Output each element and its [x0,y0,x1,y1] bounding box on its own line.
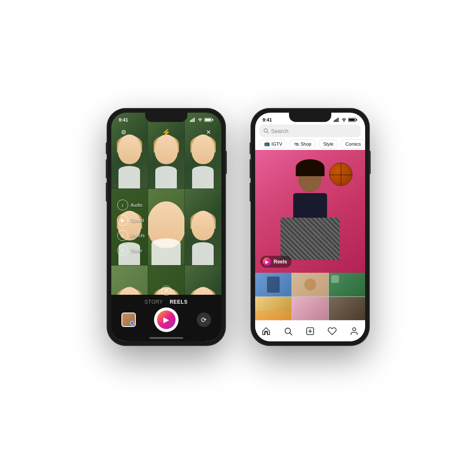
camera-bottom-bar: STORY REELS ▶ ⟳ [111,295,221,341]
svg-rect-7 [334,120,335,122]
shop-icon: 🛍 [294,141,299,147]
reels-play-icon: ▶ [163,315,169,324]
thumb-3 [329,273,365,296]
search-nav-icon [283,327,293,336]
shutter-inner-gradient: ▶ [157,310,176,329]
thumb-1 [255,273,292,296]
nav-add[interactable] [305,326,316,337]
gallery-thumbnail[interactable] [121,313,136,327]
svg-rect-14 [349,119,355,121]
shutter-button[interactable]: ▶ [154,307,179,332]
phone-2: 9:41 [251,108,369,346]
effect-buttons-row: ✕ [161,285,171,296]
pill-igtv-label: IGTV [272,141,283,147]
thumb-6 [329,297,365,321]
reels-badge-label: Reels [274,259,287,265]
nav-profile[interactable] [349,326,360,337]
reels-badge: ▶ Reels [260,256,292,268]
nav-search[interactable] [283,326,294,337]
timer-label: Timer [131,248,143,253]
wifi-icon-1 [198,118,203,122]
flip-camera-button[interactable]: ⟳ [197,313,211,327]
effects-label: Effects [131,233,145,238]
effects-icon: ☺ [117,230,128,241]
svg-rect-9 [336,119,337,122]
svg-line-16 [267,132,268,133]
pill-comics[interactable]: Comics [341,139,365,149]
thumbnail-grid [255,273,365,320]
reels-tab[interactable]: REELS [170,299,188,305]
audio-label: Audio [131,202,143,208]
svg-rect-5 [212,119,213,121]
home-icon [261,327,271,336]
battery-icon-1 [204,118,214,122]
flash-off-button[interactable]: ⚡× [160,126,172,138]
svg-point-11 [343,121,344,122]
time-display-2: 9:41 [263,117,272,122]
svg-point-15 [264,129,267,132]
pill-shop[interactable]: 🛍 Shop [289,139,316,149]
speed-menu-item[interactable]: ▶ Speed [117,215,145,226]
svg-rect-13 [356,119,357,121]
nav-home[interactable] [261,326,272,337]
home-indicator-1 [149,337,183,339]
pill-igtv[interactable]: 📺 IGTV [259,139,287,149]
timer-menu-item[interactable]: ⏱ Timer [117,245,145,256]
settings-button[interactable]: ⚙ [118,126,130,138]
reels-badge-icon: ▶ [263,257,271,266]
status-icons-2 [334,118,358,122]
thumb-4 [255,297,292,321]
bottom-navigation [255,320,365,341]
person-hair [296,159,325,176]
timer-icon: ⏱ [117,245,128,256]
category-pills-row: 📺 IGTV 🛍 Shop Style Comics TV & [255,139,365,149]
svg-line-18 [290,333,292,335]
battery-icon-2 [348,118,358,122]
person-head [298,167,322,192]
shutter-row: ▶ ⟳ [111,305,221,335]
search-bar-icon [264,128,269,133]
svg-rect-6 [205,119,211,121]
camera-side-menu: ♪ Audio ▶ Speed ☺ Effects ⏱ Timer [117,199,145,256]
audio-menu-item[interactable]: ♪ Audio [117,199,145,210]
phones-container: 9:41 [107,108,369,346]
search-bar[interactable]: Search [259,125,361,137]
search-placeholder: Search [271,128,289,134]
pill-style[interactable]: Style [319,139,338,149]
svg-rect-1 [191,119,192,122]
svg-rect-2 [193,119,193,122]
close-button[interactable]: ✕ [203,126,215,138]
notification-dot [130,321,134,325]
svg-rect-8 [335,119,336,122]
audio-icon: ♪ [117,199,128,210]
wifi-icon-2 [341,118,347,122]
phone-2-screen: 9:41 [255,113,365,341]
status-icons-1 [190,118,214,122]
pill-style-label: Style [323,141,333,147]
svg-rect-10 [338,118,338,122]
svg-point-22 [352,327,355,330]
story-tab[interactable]: STORY [145,299,163,305]
hero-image: ▶ Reels [255,150,365,273]
thumb-2 [292,273,328,296]
heart-icon [327,327,337,336]
phone-1-screen: 9:41 [111,113,221,341]
pill-shop-label: Shop [300,141,311,147]
notch-2 [289,113,331,122]
svg-point-17 [285,328,290,333]
add-icon [305,327,315,336]
signal-icon-2 [334,118,340,122]
signal-icon-1 [190,118,196,122]
speed-label: Speed [131,218,144,223]
person-jacket [281,218,340,260]
thumb-5 [292,297,328,321]
nav-heart[interactable] [327,326,338,337]
grid-cell-5-center [148,189,184,265]
camera-mode-tabs: STORY REELS [145,295,188,305]
grid-cell-6 [185,189,221,265]
phone-1: 9:41 [107,108,226,346]
effects-menu-item[interactable]: ☺ Effects [117,230,145,241]
pill-comics-label: Comics [345,141,361,147]
profile-icon [349,327,359,336]
close-effects-button[interactable]: ✕ [161,285,171,296]
